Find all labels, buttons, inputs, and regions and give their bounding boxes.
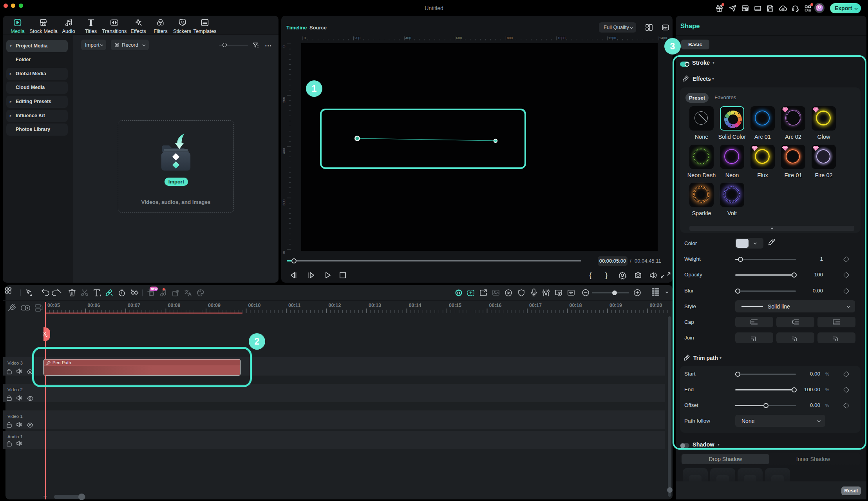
svg-text:NEW: NEW: [151, 288, 158, 290]
svg-text:00:20: 00:20: [650, 303, 662, 308]
svg-text:00:18: 00:18: [570, 303, 582, 308]
svg-text:{: {: [589, 271, 592, 279]
svg-text:600: 600: [282, 200, 286, 205]
svg-text:00:17: 00:17: [529, 303, 542, 308]
svg-text:0: 0: [282, 45, 286, 47]
svg-text:400: 400: [405, 36, 411, 40]
svg-text:400: 400: [282, 148, 286, 154]
svg-text:800: 800: [507, 36, 513, 40]
svg-text:00:07: 00:07: [128, 303, 140, 308]
svg-text:00:06: 00:06: [88, 303, 100, 308]
svg-text:}: }: [605, 271, 608, 279]
svg-text:00:14: 00:14: [409, 303, 421, 308]
svg-text:00:05: 00:05: [47, 303, 60, 308]
svg-text:200: 200: [354, 36, 360, 40]
svg-text:00:15: 00:15: [449, 303, 461, 308]
svg-text:00:08: 00:08: [168, 303, 181, 308]
svg-text:00:11: 00:11: [288, 303, 300, 308]
svg-text:0: 0: [304, 36, 306, 40]
svg-text:00:12: 00:12: [329, 303, 341, 308]
svg-text:200: 200: [282, 97, 286, 103]
svg-text:00:10: 00:10: [248, 303, 261, 308]
svg-text:600: 600: [456, 36, 462, 40]
svg-text:00:19: 00:19: [609, 303, 622, 308]
svg-text:00:13: 00:13: [369, 303, 381, 308]
svg-text:00:09: 00:09: [208, 303, 221, 308]
svg-text:00:16: 00:16: [489, 303, 502, 308]
